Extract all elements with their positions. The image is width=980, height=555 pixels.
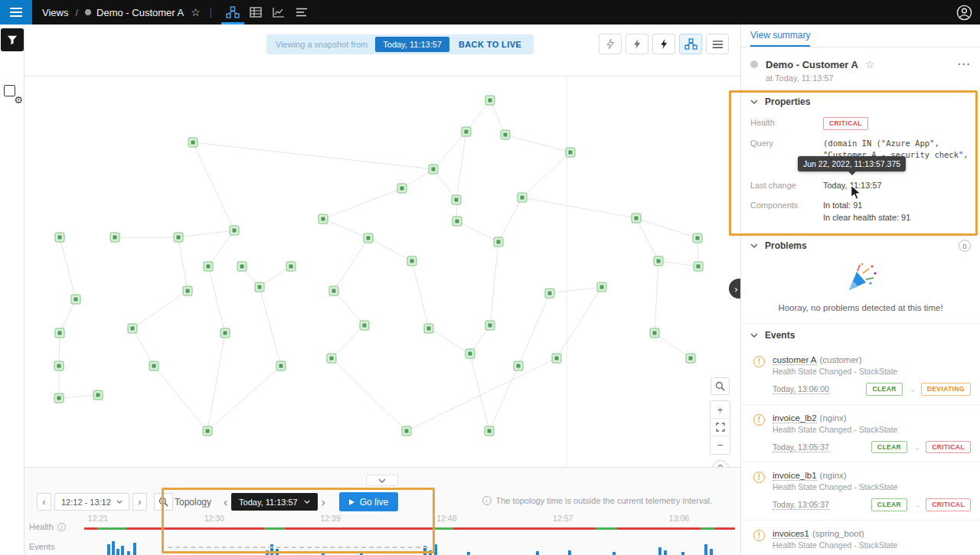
timeline-collapse-tab[interactable] (366, 475, 398, 486)
fit-to-screen-button[interactable] (710, 419, 730, 436)
event-component-link[interactable]: invoice_lb2 (773, 413, 817, 423)
topology-time-next-button[interactable]: › (318, 495, 329, 508)
telemetry-range-controls: ‹ 12:12 - 13:12 › (37, 493, 173, 511)
event-bar (612, 552, 616, 555)
telemetry-range-dropdown[interactable]: 12:12 - 13:12 (54, 493, 129, 511)
zoom-out-range-button[interactable] (154, 493, 173, 511)
chevron-down-icon (750, 243, 758, 248)
event-bar (116, 549, 119, 555)
view-menu-button[interactable]: ⋯ (957, 60, 971, 68)
magnifier-minus-icon (158, 497, 168, 507)
timeline-tick: 12:39 (320, 514, 340, 523)
event-bar (276, 549, 279, 555)
topology-layout-button[interactable] (679, 34, 702, 54)
view-state-dot (750, 60, 758, 68)
events-view-tab[interactable] (290, 0, 313, 24)
hamburger-menu-button[interactable] (0, 0, 32, 24)
back-to-live-button[interactable]: BACK TO LIVE (449, 40, 531, 49)
health-segment-clear (264, 527, 285, 530)
telemetry-view-tab[interactable] (267, 0, 290, 24)
topology-view-tab[interactable] (221, 0, 244, 24)
help-button[interactable]: ? (712, 460, 729, 467)
problem-bolt-half-button[interactable] (626, 34, 648, 54)
filters-button[interactable] (1, 28, 24, 51)
party-popper-icon (843, 263, 878, 293)
problems-count-badge: 0 (959, 240, 971, 252)
graph-toolbar (599, 34, 729, 54)
health-segment-clear (97, 527, 126, 530)
event-component-link[interactable]: invoices1 (773, 529, 809, 539)
event-card[interactable]: ! customer A(customer) Health State Chan… (741, 347, 980, 405)
topology-time-label: Topology (175, 497, 211, 508)
events-section-header[interactable]: Events (741, 323, 980, 347)
table-view-tab[interactable] (244, 0, 267, 24)
arrow-right-icon: → (913, 443, 920, 452)
view-title: Demo - Customer A (766, 59, 858, 70)
problems-empty-state: Hooray, no problems detected at this tim… (741, 258, 980, 323)
topology-time-prev-button[interactable]: ‹ (220, 495, 231, 508)
event-card[interactable]: ! invoice_lb2(nginx) Health State Change… (741, 405, 980, 463)
favorite-star-icon[interactable]: ☆ (191, 6, 201, 18)
event-component-link[interactable]: customer A (773, 355, 817, 365)
topology-graph[interactable] (24, 77, 740, 467)
health-timeline[interactable] (24, 527, 740, 530)
event-bar (664, 550, 667, 555)
view-subtitle: at Today, 11:13:57 (766, 73, 971, 83)
warning-icon: ! (753, 356, 765, 367)
view-header: Demo - Customer A ☆ ⋯ at Today, 11:13:57 (741, 47, 980, 90)
event-bar (322, 551, 325, 555)
event-bar (121, 546, 124, 555)
range-next-button[interactable]: › (132, 493, 147, 511)
timeline-notice: i The topology time is outside the curre… (482, 496, 712, 505)
event-bar (112, 541, 115, 555)
component-settings-button[interactable]: ⚙ (2, 83, 22, 103)
event-component-link[interactable]: invoice_lb1 (773, 471, 817, 481)
app-window: Views / Demo - Customer A ☆ | (0, 0, 980, 555)
left-toolbar: ⚙ (0, 24, 24, 555)
zoom-controls: + − ? (710, 377, 730, 467)
state-from-badge: CLEAR (871, 498, 907, 511)
last-change-value[interactable]: Today, 11:13:57 (823, 180, 882, 192)
event-time-link[interactable]: Today, 13:05:37 (773, 442, 829, 452)
event-card[interactable]: ! invoices1(spring_boot) Health State Ch… (741, 521, 980, 555)
event-time-link[interactable]: Today, 13:05:37 (773, 500, 829, 510)
range-prev-button[interactable]: ‹ (37, 493, 51, 511)
snapshot-time-button[interactable]: Today, 11:13:57 (375, 37, 449, 52)
arrow-right-icon: → (913, 501, 920, 509)
go-live-button[interactable]: Go live (339, 492, 398, 511)
event-bar (434, 544, 437, 555)
event-card[interactable]: ! invoice_lb1(nginx) Health State Change… (741, 462, 980, 521)
zoom-out-button[interactable]: − (710, 436, 730, 454)
event-bar (107, 544, 110, 555)
property-health: Health CRITICAL (741, 113, 980, 134)
chart-icon (273, 7, 285, 18)
problem-bolt-filled-button[interactable] (652, 34, 675, 54)
problems-section-header[interactable]: Problems 0 (741, 233, 980, 258)
view-summary-panel: View summary Demo - Customer A ☆ ⋯ at To… (740, 24, 980, 555)
chevron-down-icon (116, 500, 122, 504)
fit-screen-icon (716, 423, 725, 432)
tab-view-summary[interactable]: View summary (750, 24, 810, 47)
problem-bolt-outline-button[interactable] (599, 34, 622, 54)
state-to-badge: DEVIATING (921, 383, 971, 396)
topology-time-dropdown[interactable]: Today, 11:13:57 (231, 493, 318, 511)
no-problems-message: Hooray, no problems detected at this tim… (749, 303, 972, 312)
user-avatar[interactable] (956, 5, 972, 21)
event-time-link[interactable]: Today, 13:06:00 (773, 384, 829, 394)
list-layout-button[interactable] (706, 34, 729, 54)
properties-section-title: Properties (765, 96, 810, 107)
topology-canvas[interactable]: + − ? › (24, 77, 740, 467)
events-section-title: Events (765, 330, 795, 341)
events-histogram[interactable] (24, 535, 740, 555)
state-from-badge: CLEAR (871, 441, 907, 454)
breadcrumb-separator: / (75, 7, 78, 18)
favorite-star-icon[interactable]: ☆ (865, 58, 875, 70)
timeline-tick: 12:30 (204, 514, 224, 523)
timeline-tick: 12:21 (88, 514, 108, 523)
breadcrumb-views[interactable]: Views (42, 7, 68, 18)
event-bar (360, 552, 363, 555)
properties-section-header[interactable]: Properties (741, 90, 980, 113)
search-zoom-button[interactable] (710, 377, 730, 395)
zoom-in-button[interactable]: + (710, 401, 730, 419)
table-icon (250, 7, 262, 18)
